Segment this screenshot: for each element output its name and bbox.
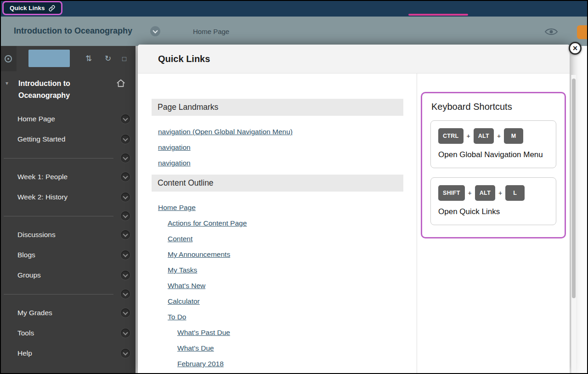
key-alt: ALT (475, 185, 495, 201)
sidebar-item-groups[interactable]: Groups (0, 265, 136, 285)
quick-links-button[interactable]: Quick Links (2, 1, 62, 15)
shortcut-description: Open Global Navigation Menu (438, 150, 548, 160)
quick-links-label: Quick Links (10, 5, 45, 11)
item-chevron-icon[interactable] (121, 289, 130, 299)
key-shift: SHIFT (438, 185, 465, 201)
item-chevron-icon[interactable] (121, 153, 130, 163)
section-heading: Page Landmarks (152, 99, 403, 116)
target-circle-icon (4, 55, 12, 63)
active-tab-indicator (408, 14, 468, 16)
quick-link[interactable]: What's Past Due (152, 329, 403, 337)
course-menu-chevron-icon[interactable] (150, 26, 160, 36)
sidebar-item-tools[interactable]: Tools (0, 323, 136, 343)
item-chevron-icon[interactable] (121, 230, 130, 239)
menu-view-highlight[interactable] (28, 50, 70, 67)
scrollbar[interactable] (571, 75, 576, 374)
quick-link[interactable]: What's New (152, 282, 403, 290)
modal-links-column: Page Landmarksnavigation (Open Global Na… (138, 74, 417, 374)
sidebar-item-week-2-history[interactable]: Week 2: History (0, 187, 136, 207)
quick-link[interactable]: Actions for Content Page (152, 219, 403, 227)
sidebar-toolbar: ⇅ ↻ □ (0, 46, 136, 71)
shortcut-card: SHIFT+ALT+LOpen Quick Links (430, 177, 556, 225)
item-chevron-icon[interactable] (121, 329, 130, 338)
key-l: L (505, 185, 525, 201)
item-chevron-icon[interactable] (121, 114, 130, 124)
sidebar-item-label: Discussions (17, 231, 56, 239)
link-list: Home PageActions for Content PageContent… (152, 201, 403, 368)
item-chevron-icon[interactable] (121, 211, 130, 221)
quick-link[interactable]: February 2018 (152, 360, 403, 368)
sidebar-item-help[interactable]: Help (0, 343, 136, 363)
sidebar-course-title: Introduction to Oceanography (18, 78, 110, 102)
sidebar-item-discussions[interactable]: Discussions (0, 225, 136, 245)
quick-link[interactable]: navigation (Open Global Navigation Menu) (152, 128, 403, 136)
sidebar-item-label: Home Page (17, 115, 55, 123)
sidebar-item-home-page[interactable]: Home Page (0, 109, 136, 129)
sidebar-item-week-1-people[interactable]: Week 1: People (0, 167, 136, 187)
scrollbar-thumb[interactable] (572, 79, 576, 298)
quick-link[interactable]: Content (152, 235, 403, 243)
home-icon[interactable] (110, 78, 126, 102)
plus-separator: + (497, 132, 501, 140)
keys-row: SHIFT+ALT+L (438, 185, 548, 201)
modal-header: Quick Links (138, 45, 570, 74)
item-chevron-icon[interactable] (121, 135, 130, 144)
shortcut-description: Open Quick Links (438, 207, 548, 217)
quick-link[interactable]: What's Due (152, 344, 403, 352)
sidebar-divider (0, 149, 136, 167)
collapse-caret-icon[interactable]: ▾ (5, 78, 18, 102)
item-chevron-icon[interactable] (121, 193, 130, 202)
sidebar-menu: Home PageGetting StartedWeek 1: PeopleWe… (0, 109, 136, 363)
item-chevron-icon[interactable] (121, 308, 130, 317)
item-chevron-icon[interactable] (121, 349, 130, 358)
keys-row: CTRL+ALT+M (438, 128, 548, 144)
quick-link[interactable]: Home Page (152, 204, 403, 212)
sidebar-item-label: Tools (17, 329, 34, 337)
shortcut-cards: CTRL+ALT+MOpen Global Navigation MenuSHI… (430, 120, 556, 225)
item-chevron-icon[interactable] (121, 172, 130, 181)
sidebar-item-label: Blogs (17, 251, 35, 259)
plus-separator: + (468, 189, 472, 197)
top-bar: Quick Links (0, 0, 588, 17)
course-header: Introduction to Oceanography Home Page (0, 17, 588, 46)
link-list: navigation (Open Global Navigation Menu)… (152, 125, 403, 167)
quick-link[interactable]: Calculator (152, 297, 403, 306)
sidebar-item-label: Getting Started (17, 135, 65, 143)
sidebar: ⇅ ↻ □ ▾ Introduction to Oceanography Hom… (0, 46, 136, 374)
sidebar-item-blogs[interactable]: Blogs (0, 245, 136, 265)
sidebar-course-block: ▾ Introduction to Oceanography (0, 71, 136, 109)
keyboard-shortcuts-heading: Keyboard Shortcuts (431, 102, 556, 112)
breadcrumb-page-name: Home Page (193, 28, 229, 35)
key-alt: ALT (474, 128, 494, 144)
link-icon (49, 5, 55, 11)
quick-link[interactable]: My Announcements (152, 250, 403, 259)
shortcut-card: CTRL+ALT+MOpen Global Navigation Menu (430, 120, 556, 168)
quick-link[interactable]: navigation (152, 143, 403, 152)
quick-link[interactable]: navigation (152, 159, 403, 167)
modal-title: Quick Links (158, 54, 210, 64)
detach-menu-icon[interactable]: □ (122, 46, 126, 71)
student-preview-eye-icon[interactable] (544, 27, 558, 38)
key-m: M (504, 128, 523, 144)
quick-link[interactable]: To Do (152, 313, 403, 321)
divider-line (4, 294, 113, 295)
quick-link[interactable]: My Tasks (152, 266, 403, 274)
sidebar-item-getting-started[interactable]: Getting Started (0, 129, 136, 149)
plus-separator: + (467, 132, 470, 140)
sidebar-divider (0, 207, 136, 225)
sidebar-item-my-grades[interactable]: My Grades (0, 303, 136, 323)
sidebar-item-label: Groups (17, 271, 41, 279)
edit-mode-icon[interactable] (577, 25, 588, 39)
sort-icon[interactable]: ⇅ (85, 46, 92, 71)
sidebar-item-label: Help (17, 349, 32, 357)
sidebar-divider (0, 285, 136, 303)
refresh-icon[interactable]: ↻ (105, 46, 111, 71)
collapse-menu-button[interactable] (0, 46, 17, 71)
item-chevron-icon[interactable] (121, 271, 130, 280)
sidebar-item-label: Week 1: People (17, 173, 68, 181)
course-header-title: Introduction to Oceanography (14, 26, 132, 36)
close-button[interactable]: × (569, 42, 582, 55)
sidebar-item-label: Week 2: History (17, 193, 68, 201)
section-heading: Content Outline (152, 175, 403, 192)
item-chevron-icon[interactable] (121, 250, 130, 260)
